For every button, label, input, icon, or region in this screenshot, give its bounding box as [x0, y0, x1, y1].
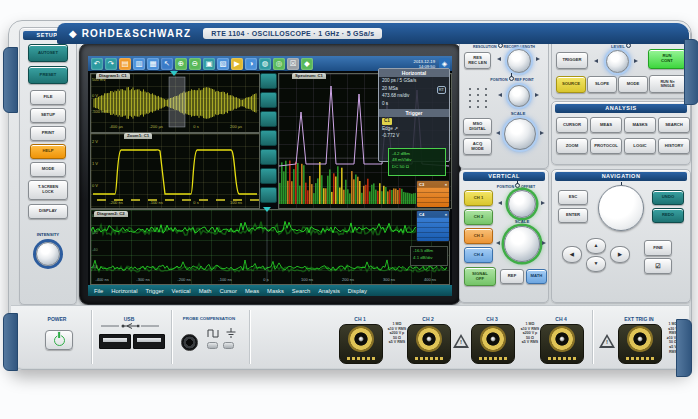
- file-key[interactable]: FILE: [30, 90, 66, 105]
- autoset-key[interactable]: AUTOSET: [28, 44, 68, 62]
- ch-2-key[interactable]: CH 2: [464, 209, 493, 225]
- ch-1-key[interactable]: CH 1: [464, 190, 493, 206]
- result-cell[interactable]: [260, 111, 277, 127]
- navigation-knob[interactable]: [598, 185, 644, 231]
- result-cell[interactable]: [260, 187, 277, 203]
- vertical-position-knob[interactable]: [508, 190, 536, 218]
- demo-icon[interactable]: ◆: [301, 58, 313, 70]
- report-icon[interactable]: ▦: [147, 58, 159, 70]
- trigger-mode-key[interactable]: MODE: [618, 76, 648, 93]
- layout-icon[interactable]: ▧: [217, 58, 229, 70]
- search-key[interactable]: SEARCH: [658, 117, 690, 133]
- trigger-source-key[interactable]: SOURCE: [556, 76, 586, 93]
- cursor-key[interactable]: CURSOR: [556, 117, 588, 133]
- menu-item-vertical[interactable]: Vertical: [172, 288, 191, 294]
- redo-key[interactable]: REDO: [652, 208, 684, 223]
- print-key[interactable]: PRINT: [30, 126, 66, 141]
- dialog-position: 0 s: [379, 100, 449, 108]
- help-key[interactable]: HELP: [30, 144, 66, 159]
- save-icon[interactable]: ▥: [133, 58, 145, 70]
- fine-key[interactable]: FINE: [644, 240, 672, 256]
- trigger-level-knob[interactable]: [606, 50, 629, 73]
- grid-icon[interactable]: ▣: [203, 58, 215, 70]
- result-cell[interactable]: [260, 168, 277, 184]
- measure-icon[interactable]: ◑: [245, 58, 257, 70]
- tab-spectrum[interactable]: Spectrum: C1: [292, 73, 326, 79]
- protocol-key[interactable]: PROTOCOL: [590, 138, 622, 154]
- res-reclen-key[interactable]: RES REC LEN: [464, 52, 491, 69]
- run-cont-key[interactable]: RUN CONT: [648, 49, 686, 69]
- cursor-icon[interactable]: ↖: [161, 58, 173, 70]
- power-button[interactable]: [45, 330, 73, 350]
- delete-icon[interactable]: ☒: [287, 58, 299, 70]
- arrow-right-key[interactable]: ▶: [610, 246, 630, 263]
- masks-key[interactable]: MASKS: [624, 117, 656, 133]
- arrow-up-key[interactable]: ▲: [586, 238, 606, 254]
- open-file-icon[interactable]: ▤: [119, 58, 131, 70]
- menu-item-meas[interactable]: Meas: [245, 288, 259, 294]
- result-cell[interactable]: [260, 149, 277, 165]
- close-icon[interactable]: ×: [445, 182, 447, 187]
- intensity-knob[interactable]: [36, 242, 60, 266]
- menu-item-trigger[interactable]: Trigger: [145, 288, 163, 294]
- menu-item-math[interactable]: Math: [199, 288, 212, 294]
- mode-key[interactable]: MODE: [30, 162, 66, 177]
- menu-item-cursor[interactable]: Cursor: [220, 288, 237, 294]
- menu-item-masks[interactable]: Masks: [267, 288, 284, 294]
- undo-icon[interactable]: ↶: [91, 58, 103, 70]
- esc-key[interactable]: ESC: [558, 190, 588, 205]
- t-screen-lock-key[interactable]: T-SCREEN LOCK: [28, 180, 68, 200]
- tab-diagram1[interactable]: Diagram1: C1: [96, 73, 130, 79]
- zoom-out-icon[interactable]: ⊖: [189, 58, 201, 70]
- y-axis-label: 0 V: [92, 183, 98, 188]
- tab-zoom1[interactable]: Zoom1: C1: [124, 133, 152, 139]
- menu-item-horizontal[interactable]: Horizontal: [111, 288, 137, 294]
- undo-key[interactable]: UNDO: [652, 190, 684, 205]
- slope-key[interactable]: SLOPE: [587, 76, 617, 93]
- redo-icon[interactable]: ↷: [105, 58, 117, 70]
- signal-icon-ch3[interactable]: C3×: [416, 180, 450, 208]
- network-icon[interactable]: ◍: [259, 58, 271, 70]
- math-key[interactable]: MATH: [526, 269, 547, 284]
- display-key[interactable]: DISPLAY: [28, 204, 68, 219]
- acq-mode-key[interactable]: ACQ MODE: [463, 138, 492, 155]
- setup-key[interactable]: SETUP: [30, 108, 66, 123]
- checkmark-key[interactable]: ☑: [644, 258, 672, 274]
- arrow-down-key[interactable]: ▼: [586, 256, 606, 272]
- close-icon[interactable]: ×: [445, 212, 447, 217]
- arrow-left-key[interactable]: ◀: [562, 246, 582, 263]
- touchscreen-display[interactable]: ↶↷▤▥▦↖⊕⊖▣▧▶◑◍◎☒◆ 2013-12-19 14:09:50 ◈ D…: [88, 56, 452, 296]
- meas-key[interactable]: MEAS: [590, 117, 622, 133]
- ch-4-key[interactable]: CH 4: [464, 247, 493, 263]
- run-single-key[interactable]: RUN N× SINGLE: [649, 75, 686, 93]
- logic-key[interactable]: LOGIC: [624, 138, 656, 154]
- y-axis-label: 1 V: [92, 161, 98, 166]
- zoom-key[interactable]: ZOOM: [556, 138, 588, 154]
- trigger-key[interactable]: TRIGGER: [556, 52, 588, 69]
- result-cell[interactable]: [260, 130, 277, 146]
- horizontal-scale-knob[interactable]: [504, 118, 536, 150]
- menu-item-file[interactable]: File: [94, 288, 103, 294]
- result-cell[interactable]: [260, 73, 277, 89]
- run-icon[interactable]: ▶: [231, 58, 243, 70]
- ref-key[interactable]: REF: [500, 269, 524, 284]
- horizontal-position-knob[interactable]: [508, 85, 530, 107]
- vertical-scale-knob[interactable]: [504, 226, 540, 262]
- preset-key[interactable]: PRESET: [28, 66, 68, 84]
- result-cell[interactable]: [260, 92, 277, 108]
- menu-item-display[interactable]: Display: [348, 288, 367, 294]
- tab-diagram2[interactable]: Diagram2: C2: [94, 211, 128, 217]
- signal-off-key[interactable]: SIGNAL OFF: [464, 267, 496, 286]
- history-key[interactable]: HISTORY: [658, 138, 690, 154]
- menu-item-search[interactable]: Search: [292, 288, 310, 294]
- ch-3-key[interactable]: CH 3: [464, 228, 493, 244]
- mso-digital-key[interactable]: MSO DIGITAL: [463, 118, 492, 135]
- info-line: DC 50 Ω: [392, 164, 442, 170]
- record-icon[interactable]: ◎: [273, 58, 285, 70]
- menu-item-analysis[interactable]: Analysis: [318, 288, 340, 294]
- signal-icon-ch4[interactable]: C4×: [416, 210, 450, 242]
- resolution-knob[interactable]: [507, 49, 531, 73]
- enter-key[interactable]: ENTER: [558, 208, 588, 223]
- x-axis-label: 0 s: [193, 200, 198, 205]
- zoom-in-icon[interactable]: ⊕: [175, 58, 187, 70]
